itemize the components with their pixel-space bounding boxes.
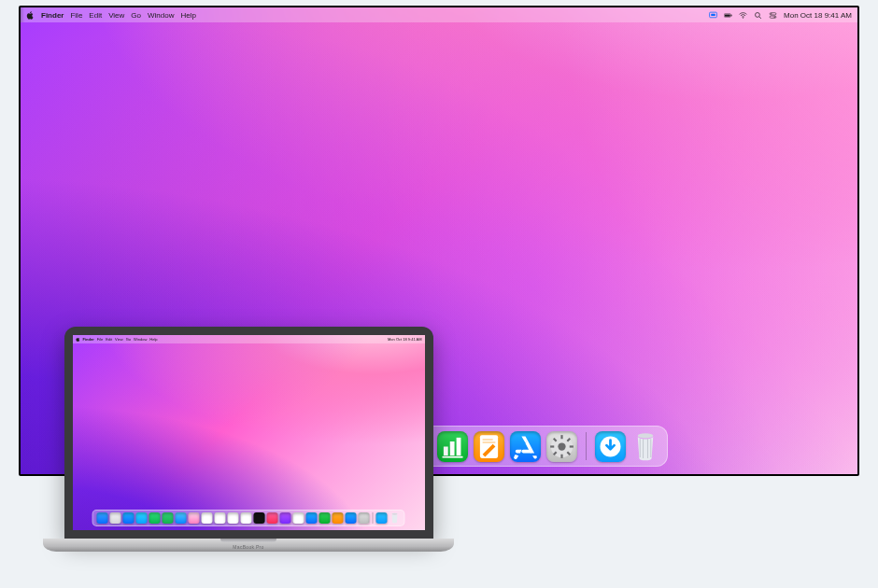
svg-rect-29 [483, 439, 493, 441]
dock-app-maps[interactable] [176, 512, 187, 524]
menu-item-window[interactable]: Window [134, 337, 147, 342]
dock-downloads[interactable] [376, 512, 388, 524]
dock-app-pages[interactable] [474, 431, 504, 462]
dock-app-calendar[interactable] [202, 512, 213, 524]
menu-item-go[interactable]: Go [131, 11, 141, 20]
laptop-desktop[interactable]: Finder File Edit View Go Window Help Mon… [73, 335, 425, 530]
svg-rect-1 [711, 13, 715, 15]
dock-app-podcasts[interactable] [280, 512, 291, 524]
apple-menu-icon[interactable] [76, 337, 80, 343]
menu-item-view[interactable]: View [115, 337, 123, 342]
dock-app-settings[interactable] [546, 431, 577, 462]
svg-rect-26 [457, 437, 461, 455]
menu-bar: Finder File Edit View Go Window Help [21, 7, 857, 22]
svg-rect-34 [560, 435, 562, 439]
dock-app-news[interactable] [293, 512, 304, 524]
menu-item-file[interactable]: File [97, 337, 103, 342]
menu-datetime[interactable]: Mon Oct 18 9:41 AM [784, 11, 852, 20]
laptop-model-label: MacBook Pro [43, 544, 454, 550]
dock-app-numbers[interactable] [319, 512, 331, 524]
menu-app-name[interactable]: Finder [83, 337, 94, 342]
apple-menu-icon[interactable] [26, 11, 35, 20]
svg-rect-30 [483, 441, 496, 443]
menu-item-file[interactable]: File [70, 11, 82, 20]
laptop-dock [92, 510, 405, 526]
svg-rect-31 [521, 449, 532, 453]
dock-trash[interactable] [631, 431, 659, 462]
menu-datetime[interactable]: Mon Oct 18 9:41 AM [388, 337, 421, 342]
dock-app-safari[interactable] [123, 512, 135, 524]
svg-rect-36 [550, 445, 554, 447]
laptop-device: Finder File Edit View Go Window Help Mon… [43, 327, 454, 552]
laptop-base: MacBook Pro [43, 539, 454, 552]
menu-app-name[interactable]: Finder [41, 11, 64, 20]
menu-item-edit[interactable]: Edit [89, 11, 102, 20]
svg-point-11 [774, 16, 775, 17]
dock-app-keynote[interactable] [306, 512, 318, 524]
dock-app-tv[interactable] [254, 512, 265, 524]
menu-item-view[interactable]: View [108, 11, 124, 20]
menu-item-window[interactable]: Window [148, 11, 174, 20]
dock-app-finder[interactable] [97, 512, 108, 524]
svg-point-5 [743, 17, 743, 18]
laptop-menu-bar: Finder File Edit View Go Window Help Mon… [73, 335, 425, 343]
menu-item-help[interactable]: Help [180, 11, 195, 20]
svg-line-7 [759, 16, 761, 18]
control-center-icon[interactable] [769, 11, 777, 20]
spotlight-icon[interactable] [754, 11, 762, 20]
dock-app-photos[interactable] [189, 512, 200, 524]
dock-app-mail[interactable] [136, 512, 148, 524]
svg-rect-37 [570, 445, 574, 447]
svg-rect-35 [560, 454, 562, 457]
dock-app-appstore[interactable] [346, 512, 357, 524]
dock-app-pages[interactable] [333, 512, 344, 524]
battery-icon[interactable] [724, 11, 732, 20]
dock-trash[interactable] [389, 512, 401, 524]
dock-app-launchpad[interactable] [110, 512, 121, 524]
svg-point-33 [558, 442, 565, 450]
dock-app-reminders[interactable] [228, 512, 239, 524]
svg-point-44 [392, 513, 398, 515]
dock-separator [586, 432, 587, 460]
screen-mirroring-icon[interactable] [709, 11, 717, 20]
svg-point-9 [771, 13, 772, 14]
dock-app-settings[interactable] [359, 512, 370, 524]
svg-rect-3 [725, 14, 730, 16]
wallpaper-layer [73, 335, 425, 511]
dock-downloads[interactable] [595, 431, 626, 462]
menu-item-edit[interactable]: Edit [106, 337, 112, 342]
dock-app-contacts[interactable] [215, 512, 226, 524]
dock-app-messages[interactable] [149, 512, 161, 524]
dock-app-facetime[interactable] [163, 512, 174, 524]
svg-rect-4 [731, 14, 732, 16]
svg-point-6 [756, 12, 760, 17]
menu-item-help[interactable]: Help [149, 337, 157, 342]
laptop-bezel: Finder File Edit View Go Window Help Mon… [64, 327, 433, 539]
dock-app-appstore[interactable] [510, 431, 541, 462]
svg-point-43 [638, 433, 654, 438]
dock-app-music[interactable] [267, 512, 278, 524]
dock-separator [373, 512, 374, 524]
dock-app-notes[interactable] [241, 512, 252, 524]
menu-item-go[interactable]: Go [126, 337, 131, 342]
wifi-icon[interactable] [739, 11, 747, 20]
